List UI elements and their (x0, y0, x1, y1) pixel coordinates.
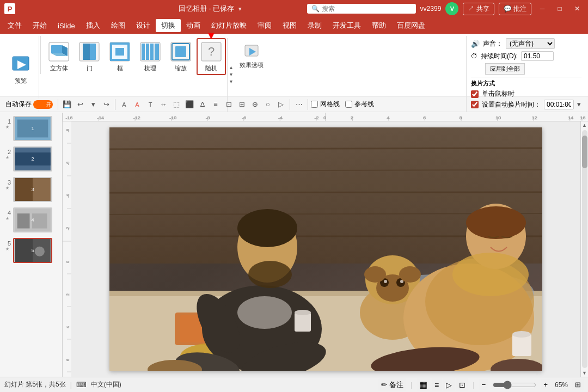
canvas-container[interactable] (71, 121, 580, 377)
redo-btn[interactable]: ↪ (100, 99, 112, 111)
view-reading-btn[interactable]: ⊡ (456, 378, 468, 391)
clock-icon: ⏱ (471, 52, 477, 60)
menu-islide[interactable]: iSlide (52, 20, 81, 32)
menu-home[interactable]: 开始 (27, 19, 52, 32)
view-outline-btn[interactable]: ≡ (432, 378, 442, 391)
zoom-slider[interactable] (493, 381, 536, 389)
slide-thumb-5[interactable]: 5 ★ 5 (2, 237, 60, 264)
group-btn[interactable]: ⊡ (223, 99, 235, 111)
transition-door[interactable]: 门 (75, 38, 104, 75)
scroll-down-arrow[interactable]: ▼ (581, 369, 589, 377)
svg-rect-32 (15, 178, 33, 201)
grid-checkbox[interactable] (311, 101, 318, 108)
share-icon: ↗ (468, 5, 474, 13)
undo-btn[interactable]: ↩ (74, 99, 86, 111)
slide-img-5[interactable]: 5 (13, 238, 52, 263)
comment-icon: 💬 (504, 5, 512, 13)
slide-num-col-4: 4 ★ (3, 207, 11, 221)
toolbar-expand-btn[interactable]: ▾ (573, 99, 585, 111)
avatar[interactable]: V (445, 2, 458, 15)
delta-btn[interactable]: ∆ (197, 99, 209, 111)
zoom-out-btn[interactable]: − (479, 379, 488, 390)
menu-transition[interactable]: 切换 (156, 19, 181, 32)
comment-button[interactable]: 💬 批注 (499, 3, 531, 15)
menu-devtools[interactable]: 开发工具 (327, 19, 366, 32)
scroll-up-btn[interactable]: ▲ (228, 64, 235, 71)
duration-label: 持续时间(D): (481, 52, 518, 61)
menu-animation[interactable]: 动画 (181, 19, 206, 32)
arrange-btn[interactable]: ↔ (157, 99, 169, 111)
close-button[interactable]: ✕ (571, 3, 584, 14)
view-slideshow-btn[interactable]: ▷ (443, 378, 455, 391)
maximize-button[interactable]: □ (553, 3, 566, 14)
scroll-mid-btn[interactable]: ▼ (228, 71, 235, 78)
autosave-toggle[interactable] (33, 100, 53, 109)
table-btn[interactable]: ⊞ (236, 99, 248, 111)
transition-cube[interactable]: 立方体 (44, 38, 74, 75)
slide-thumb-3[interactable]: 3 ★ 3 (2, 176, 60, 203)
menu-design[interactable]: 设计 (131, 19, 156, 32)
font-color-btn[interactable]: A (131, 99, 143, 111)
notes-btn[interactable]: ✏ 备注 (378, 378, 406, 391)
sound-select[interactable]: (无声音) (506, 38, 555, 49)
scroll-down-btn[interactable]: ▼ (228, 78, 235, 85)
slide-thumb-1[interactable]: 1 ★ 1 (2, 115, 60, 142)
guide-checkbox[interactable] (345, 101, 352, 108)
svg-rect-138 (109, 127, 542, 371)
single-click-checkbox[interactable] (471, 90, 479, 98)
zoom-in-btn[interactable]: + (541, 379, 550, 390)
transition-zoom[interactable]: 缩放 (166, 38, 195, 75)
more-btn[interactable]: ⋯ (293, 99, 305, 111)
align-btn[interactable]: ≡ (210, 99, 222, 111)
shape-btn[interactable]: ⬚ (170, 99, 182, 111)
menu-draw[interactable]: 绘图 (106, 19, 131, 32)
view-normal-btn[interactable]: ▦ (416, 378, 430, 391)
transition-random[interactable]: ▼ ? 随机 (197, 38, 226, 75)
redo-down-btn[interactable]: ▾ (87, 99, 99, 111)
effects-options-btn[interactable]: 效果选项 (236, 38, 267, 75)
transition-frame[interactable]: 框 (105, 38, 134, 75)
play-btn[interactable]: ▷ (275, 99, 287, 111)
auto-switch-checkbox[interactable] (471, 101, 479, 108)
svg-text:4: 4 (66, 326, 70, 328)
svg-rect-16 (150, 44, 154, 60)
apply-all-button[interactable]: 应用到全部 (485, 63, 525, 75)
random-icon: ? (200, 41, 222, 63)
menu-view[interactable]: 视图 (277, 19, 302, 32)
slide-thumb-4[interactable]: 4 ★ 4 (2, 206, 60, 234)
save-btn[interactable]: 💾 (61, 99, 73, 111)
menu-file[interactable]: 文件 (2, 19, 27, 32)
preview-icon (11, 55, 30, 75)
menu-slideshow[interactable]: 幻灯片放映 (206, 19, 252, 32)
minimize-button[interactable]: ─ (536, 3, 549, 14)
font-btn[interactable]: A (118, 99, 130, 111)
search-box[interactable]: 🔍 (307, 4, 416, 14)
menu-review[interactable]: 审阅 (252, 19, 277, 32)
menu-baidunet[interactable]: 百度网盘 (391, 19, 431, 32)
preview-button[interactable]: 预览 (5, 51, 35, 89)
slide-star-4: ★ (5, 216, 9, 221)
text-btn[interactable]: T (144, 99, 156, 111)
slide-img-2[interactable]: 2 (13, 146, 52, 171)
scroll-up-arrow[interactable]: ▲ (581, 121, 589, 129)
search-input[interactable] (322, 5, 387, 13)
fill-btn[interactable]: ⬛ (183, 99, 195, 111)
menu-record[interactable]: 录制 (302, 19, 327, 32)
fit-page-btn[interactable]: ⊞ (572, 379, 584, 390)
scroll-thumb[interactable] (582, 136, 587, 168)
toolbar-more-btn[interactable]: ⋯ (560, 99, 572, 111)
menu-insert[interactable]: 插入 (81, 19, 106, 32)
transition-comb[interactable]: 梳理 (136, 38, 165, 75)
circle-btn[interactable]: ○ (262, 99, 274, 111)
slide-img-4[interactable]: 4 (13, 207, 52, 232)
autosave-section: 自动保存 (3, 99, 55, 110)
share-button[interactable]: ↗ 共享 (463, 3, 494, 15)
menu-help[interactable]: 帮助 (366, 19, 391, 32)
duration-input[interactable] (521, 51, 554, 61)
slide-img-3[interactable]: 3 (13, 177, 52, 202)
plus-btn[interactable]: ⊕ (249, 99, 261, 111)
preview-label: 预览 (15, 77, 27, 85)
slide-thumb-2[interactable]: 2 ★ 2 (2, 145, 60, 173)
slide-num-col-2: 2 ★ (3, 146, 11, 160)
slide-img-1[interactable]: 1 (13, 116, 52, 141)
